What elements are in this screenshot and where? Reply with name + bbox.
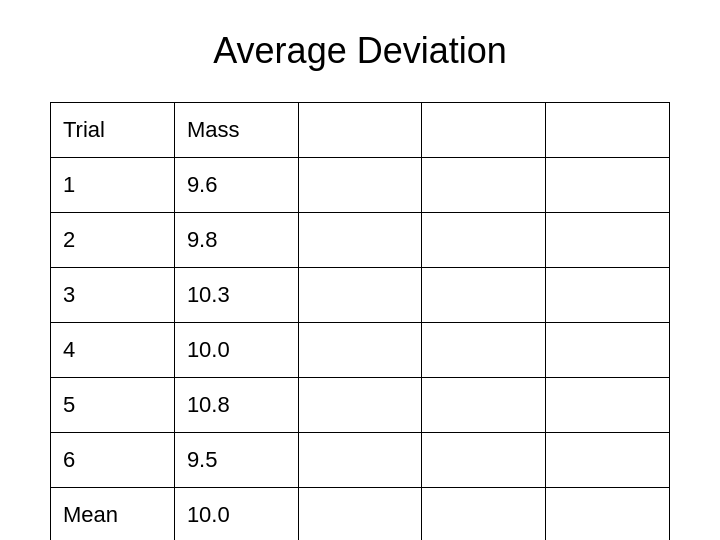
table-cell	[298, 378, 422, 433]
table-cell: 5	[51, 378, 175, 433]
table-cell	[422, 378, 546, 433]
table-cell: 3	[51, 268, 175, 323]
table-cell: 9.5	[174, 433, 298, 488]
table-cell	[546, 103, 670, 158]
table-cell: Mass	[174, 103, 298, 158]
table-row: 29.8	[51, 213, 670, 268]
table-cell	[298, 323, 422, 378]
table-cell	[422, 158, 546, 213]
table-cell	[422, 103, 546, 158]
table-cell: 10.3	[174, 268, 298, 323]
table-cell	[546, 488, 670, 541]
table-cell	[298, 213, 422, 268]
table-cell	[422, 213, 546, 268]
table-cell	[422, 268, 546, 323]
table-cell: 2	[51, 213, 175, 268]
page-title: Average Deviation	[213, 30, 507, 72]
table-cell: 10.0	[174, 488, 298, 541]
table-cell	[546, 378, 670, 433]
table-row: Mean10.0	[51, 488, 670, 541]
table-cell	[298, 158, 422, 213]
table-cell: 10.0	[174, 323, 298, 378]
table-cell: Mean	[51, 488, 175, 541]
table-row: TrialMass	[51, 103, 670, 158]
table-cell: 10.8	[174, 378, 298, 433]
table-cell	[298, 433, 422, 488]
table-cell: 9.6	[174, 158, 298, 213]
table-row: 410.0	[51, 323, 670, 378]
table-cell	[546, 323, 670, 378]
table-row: 19.6	[51, 158, 670, 213]
table-cell: 4	[51, 323, 175, 378]
table-cell	[546, 268, 670, 323]
table-cell	[298, 268, 422, 323]
table-row: 510.8	[51, 378, 670, 433]
table-row: 69.5	[51, 433, 670, 488]
table-cell	[422, 323, 546, 378]
table-row: 310.3	[51, 268, 670, 323]
table-cell	[546, 433, 670, 488]
table-cell	[546, 213, 670, 268]
table-cell	[422, 488, 546, 541]
table-cell: 1	[51, 158, 175, 213]
table-cell: 6	[51, 433, 175, 488]
table-cell: Trial	[51, 103, 175, 158]
table-cell	[546, 158, 670, 213]
table-cell	[298, 488, 422, 541]
average-deviation-table: TrialMass19.629.8310.3410.0510.869.5Mean…	[50, 102, 670, 540]
table-cell: 9.8	[174, 213, 298, 268]
table-cell	[298, 103, 422, 158]
table-cell	[422, 433, 546, 488]
